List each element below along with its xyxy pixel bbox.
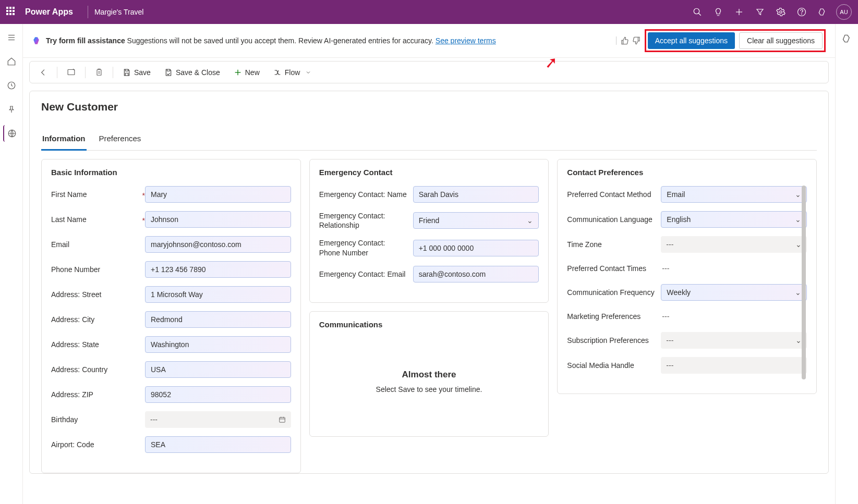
section-title: Contact Preferences — [567, 168, 807, 177]
last-name-input[interactable]: Johnson — [145, 211, 291, 228]
section-title: Basic Information — [51, 168, 291, 177]
environment-name: Margie's Travel — [94, 8, 143, 16]
language-select[interactable]: English⌄ — [661, 211, 807, 228]
copilot-header-icon[interactable] — [812, 0, 833, 24]
save-close-button[interactable]: Save & Close — [160, 66, 224, 79]
calendar-icon[interactable] — [279, 416, 286, 423]
banner-text: Try form fill assistance Suggestions wil… — [46, 36, 609, 45]
help-icon[interactable] — [791, 0, 812, 24]
copilot-rail-icon[interactable] — [842, 33, 852, 44]
contact-times-value: --- — [661, 261, 807, 276]
tab-preferences[interactable]: Preferences — [98, 129, 142, 150]
app-name: Power Apps — [25, 7, 73, 17]
section-communications: Communications Almost there Select Save … — [309, 311, 549, 437]
back-button[interactable] — [35, 66, 52, 79]
svg-point-6 — [802, 14, 802, 14]
preview-terms-link[interactable]: See preview terms — [436, 36, 496, 45]
svg-point-4 — [780, 11, 782, 14]
divider — [88, 6, 88, 18]
nav-pinned[interactable] — [3, 101, 20, 118]
gear-icon[interactable] — [770, 0, 791, 24]
filter-icon[interactable] — [750, 0, 770, 24]
email-input[interactable]: maryjohnson@contoso.com — [145, 236, 291, 253]
section-contact-preferences: Contact Preferences Preferred Contact Me… — [557, 159, 817, 394]
svg-rect-16 — [279, 417, 285, 422]
search-icon[interactable] — [687, 0, 708, 24]
user-avatar[interactable]: AU — [836, 4, 852, 20]
scrollbar[interactable] — [801, 186, 806, 494]
thumbs-up-icon[interactable] — [621, 36, 629, 45]
phone-input[interactable]: +1 123 456 7890 — [145, 261, 291, 278]
thumbs-down-icon[interactable] — [632, 36, 641, 45]
section-emergency-contact: Emergency Contact Emergency Contact: Nam… — [309, 159, 549, 303]
birthday-input[interactable]: --- — [145, 411, 291, 428]
open-panel-button[interactable] — [63, 66, 80, 79]
svg-line-1 — [698, 13, 701, 16]
marketing-value: --- — [661, 309, 807, 324]
accept-all-button[interactable]: Accept all suggestions — [648, 32, 735, 49]
street-input[interactable]: 1 Microsoft Way — [145, 286, 291, 303]
section-title: Communications — [319, 320, 539, 329]
state-input[interactable]: Washington — [145, 336, 291, 353]
nav-globe[interactable] — [3, 125, 20, 142]
timezone-select[interactable]: ---⌄ — [661, 236, 807, 253]
new-button[interactable]: New — [229, 66, 264, 79]
timeline-text: Select Save to see your timeline. — [324, 385, 534, 394]
nav-recent[interactable] — [3, 77, 20, 94]
page-title: New Customer — [41, 101, 817, 113]
svg-point-0 — [694, 8, 699, 14]
contact-method-select[interactable]: Email⌄ — [661, 186, 807, 203]
plus-icon[interactable] — [729, 0, 750, 24]
social-input[interactable]: --- — [661, 357, 807, 374]
svg-rect-12 — [68, 70, 75, 75]
copilot-icon — [32, 36, 42, 45]
city-input[interactable]: Redmond — [145, 311, 291, 328]
ec-phone-input[interactable]: +1 000 000 0000 — [413, 240, 539, 256]
clipboard-button[interactable] — [91, 66, 107, 79]
clear-all-button[interactable]: Clear all suggestions — [739, 32, 823, 49]
annotation-highlight-box: Accept all suggestions Clear all suggest… — [645, 29, 826, 52]
nav-home[interactable] — [3, 53, 20, 70]
flow-button[interactable]: Flow — [269, 66, 316, 79]
frequency-select[interactable]: Weekly⌄ — [661, 284, 807, 301]
tab-information[interactable]: Information — [41, 129, 87, 151]
save-button[interactable]: Save — [118, 66, 155, 79]
first-name-input[interactable]: Mary — [145, 186, 291, 203]
section-title: Emergency Contact — [319, 168, 539, 177]
timeline-title: Almost there — [324, 370, 534, 380]
country-input[interactable]: USA — [145, 361, 291, 378]
section-basic-information: Basic Information First Name*Mary Last N… — [41, 159, 301, 473]
zip-input[interactable]: 98052 — [145, 386, 291, 403]
airport-input[interactable]: SEA — [145, 436, 291, 453]
subscription-select[interactable]: ---⌄ — [661, 332, 807, 349]
waffle-icon[interactable] — [6, 7, 17, 17]
ec-relationship-select[interactable]: Friend⌄ — [413, 212, 539, 229]
chevron-down-icon: ⌄ — [527, 216, 533, 225]
ec-email-input[interactable]: sarah@contoso.com — [413, 266, 539, 282]
bulb-icon[interactable] — [708, 0, 729, 24]
nav-hamburger[interactable] — [3, 29, 20, 46]
ec-name-input[interactable]: Sarah Davis — [413, 186, 539, 203]
svg-rect-13 — [97, 69, 101, 75]
